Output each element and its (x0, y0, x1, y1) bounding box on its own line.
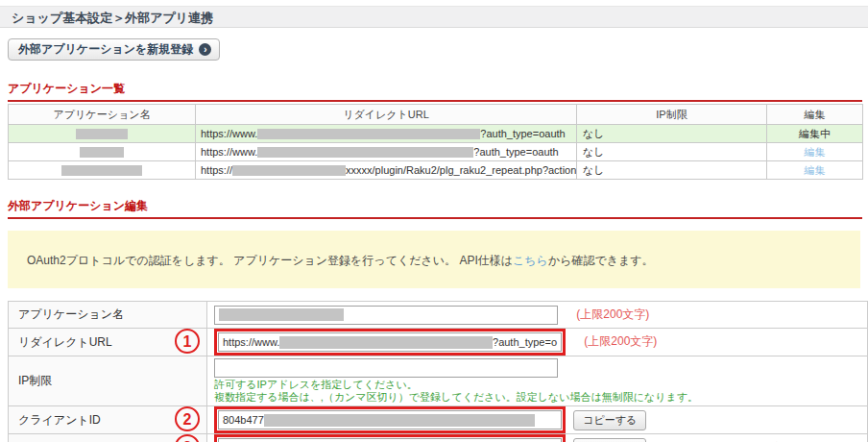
url-suffix: ?auth_type=oauth (480, 128, 565, 139)
ip-limit-input[interactable] (214, 358, 558, 378)
ip-limit-cell: なし (577, 143, 767, 161)
redirect-url-input[interactable]: https://www.?auth_type=o (218, 332, 562, 352)
char-limit-note: (上限200文字) (584, 334, 657, 348)
application-edit-heading: 外部アプリケーション編集 (8, 198, 862, 214)
redirect-url-highlight-box: https://www.?auth_type=o (214, 329, 566, 356)
ip-note-line2: 複数指定する場合は、,（カンマ区切り）で登録してください。設定しない場合は無制限… (214, 391, 867, 404)
form-row-client-id: クライアントID 2 804b477 コピーする (9, 406, 868, 434)
redacted-url-part (232, 165, 346, 176)
application-list-section: アプリケーション一覧 アプリケーション名 リダイレクトURL IP制限 編集 h… (8, 81, 862, 180)
url-suffix: ?auth_type=oauth (473, 146, 558, 158)
redacted-app-name (76, 129, 128, 139)
copy-client-id-button[interactable]: コピーする (573, 410, 646, 430)
client-id-input[interactable]: 804b477 (218, 410, 562, 430)
section-rule (8, 217, 862, 219)
table-row-2: https://www.?auth_type=oauth なし 編集 (9, 143, 863, 161)
application-list-heading: アプリケーション一覧 (8, 81, 862, 97)
section-rule (8, 100, 862, 102)
redacted-value (219, 308, 344, 321)
application-list-table: アプリケーション名 リダイレクトURL IP制限 編集 https://www.… (8, 104, 863, 180)
url-prefix: https:// (201, 164, 232, 176)
info-text: OAuth2プロトコルでの認証をします。 アプリケーション登録を行ってください。… (27, 254, 513, 267)
app-name-label: アプリケーション名 (9, 302, 207, 329)
info-text: から確認できます。 (548, 254, 654, 267)
edit-link[interactable]: 編集 (805, 146, 826, 158)
ip-limit-cell: なし (577, 161, 767, 180)
annotation-circle-2: 2 (175, 406, 200, 431)
edit-link[interactable]: 編集 (805, 164, 826, 176)
copy-secret-id-button[interactable]: コピーする (573, 438, 646, 442)
page-title: ショップ基本設定＞外部アプリ連携 (12, 11, 213, 25)
redacted-value (264, 414, 535, 427)
col-header-redirect-url: リダイレクトURL (196, 105, 577, 125)
client-id-highlight-box: 804b477 (214, 406, 566, 433)
application-edit-section: 外部アプリケーション編集 OAuth2プロトコルでの認証をします。 アプリケーシ… (8, 198, 862, 442)
secret-id-input[interactable]: 00da7fc5 (218, 438, 562, 442)
redirect-url-cell: https://xxxxx/plugin/Raku2/plg_raku2_rep… (196, 161, 577, 180)
ip-limit-label: IP制限 (9, 356, 207, 406)
table-header-row: アプリケーション名 リダイレクトURL IP制限 編集 (9, 105, 863, 125)
url-suffix: xxxxx/plugin/Raku2/plg_raku2_repeat.php?… (346, 164, 576, 176)
form-row-redirect-url: リダイレクトURL 1 https://www.?auth_type=o (上限… (9, 329, 868, 356)
form-row-secret-id: シークレットID 3 00da7fc5 コピーする シークレットIDを変更する (9, 434, 868, 442)
url-prefix: https://www. (201, 146, 257, 158)
ip-note-line1: 許可するIPアドレスを指定してください。 (214, 379, 867, 391)
ip-limit-cell: なし (577, 125, 767, 143)
redacted-url-part (257, 147, 473, 158)
redacted-value (279, 336, 493, 349)
redacted-app-name (80, 147, 124, 158)
col-header-app-name: アプリケーション名 (9, 105, 196, 125)
col-header-edit: 編集 (767, 105, 863, 125)
col-header-ip-limit: IP制限 (577, 105, 767, 125)
form-row-ip-limit: IP制限 許可するIPアドレスを指定してください。 複数指定する場合は、,（カン… (9, 356, 868, 406)
redacted-url-part (257, 129, 480, 139)
table-row-3: https://xxxxx/plugin/Raku2/plg_raku2_rep… (9, 161, 863, 180)
page-header: ショップ基本設定＞外部アプリ連携 (0, 6, 868, 28)
secret-id-highlight-box: 00da7fc5 (214, 434, 566, 442)
app-name-input[interactable] (214, 306, 558, 325)
annotation-circle-1: 1 (175, 329, 200, 354)
table-row-1-editing: https://www.?auth_type=oauth なし 編集中 (9, 125, 863, 143)
redacted-app-name (61, 165, 142, 176)
url-prefix: https://www. (201, 128, 257, 139)
oauth-info-box: OAuth2プロトコルでの認証をします。 アプリケーション登録を行ってください。… (8, 231, 860, 288)
redirect-url-cell: https://www.?auth_type=oauth (196, 143, 577, 161)
toolbar: 外部アプリケーションを新規登録 › (8, 38, 868, 61)
application-edit-form: アプリケーション名 (上限200文字) リダイレクトURL 1 https://… (8, 301, 868, 442)
api-spec-link[interactable]: こちら (513, 254, 548, 267)
chevron-right-circle-icon: › (199, 43, 211, 56)
char-limit-note: (上限200文字) (576, 307, 649, 321)
ip-limit-note: 許可するIPアドレスを指定してください。 複数指定する場合は、,（カンマ区切り）… (214, 379, 867, 404)
edit-status-current: 編集中 (767, 125, 863, 143)
new-app-register-button-label: 外部アプリケーションを新規登録 (18, 41, 193, 58)
redirect-url-cell: https://www.?auth_type=oauth (196, 125, 577, 143)
new-app-register-button[interactable]: 外部アプリケーションを新規登録 › (8, 38, 220, 61)
form-row-app-name: アプリケーション名 (上限200文字) (9, 302, 868, 329)
